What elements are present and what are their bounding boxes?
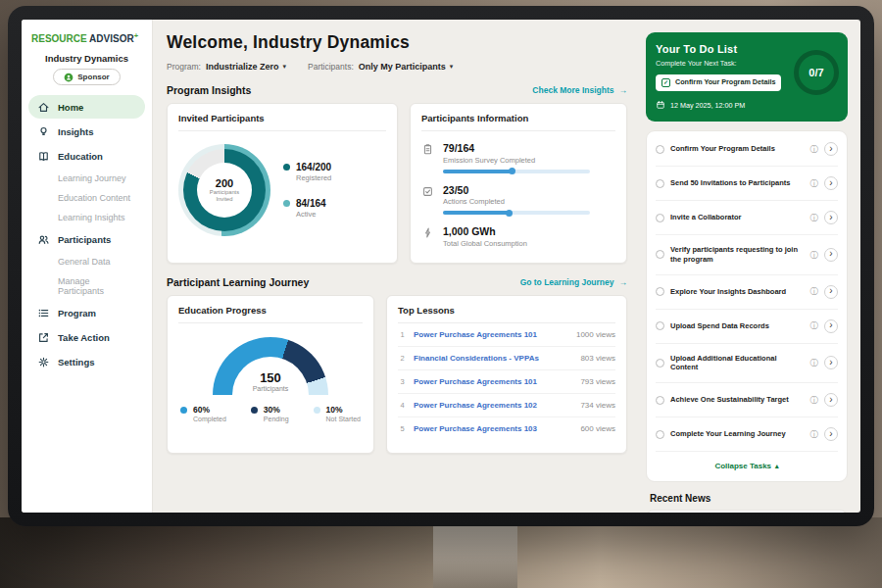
sidebar-item-home[interactable]: Home xyxy=(28,95,145,119)
donut-center: 200 Participants Invited xyxy=(197,163,252,218)
sidebar-item-program[interactable]: Program xyxy=(28,301,145,324)
chevron-right-icon[interactable]: › xyxy=(824,211,838,224)
donut-center-label: Participants Invited xyxy=(205,189,244,203)
program-filter-dropdown[interactable]: Program: Industrialize Zero ▾ xyxy=(167,62,286,72)
sidebar-item-learning-journey[interactable]: Learning Journey xyxy=(28,169,145,187)
recent-news-heading: Recent News xyxy=(650,493,848,504)
task-checkbox[interactable] xyxy=(656,396,664,405)
education-legend: 60% Completed 30% Pending xyxy=(178,405,363,422)
sidebar-item-manage-participants[interactable]: Manage Participants xyxy=(28,271,145,300)
export-icon xyxy=(37,331,50,344)
info-icon[interactable]: ⓘ xyxy=(810,396,819,405)
task-row[interactable]: Upload Spend Data Records ⓘ › xyxy=(656,310,838,344)
stat-value: 79/164 xyxy=(443,142,590,154)
calendar-icon xyxy=(656,100,665,110)
lesson-link[interactable]: Financial Considerations - VPPAs xyxy=(414,354,573,363)
task-row[interactable]: Achieve One Sustainability Target ⓘ › xyxy=(656,383,838,417)
task-label: Send 50 Invitations to Participants xyxy=(670,178,805,188)
info-icon[interactable]: ⓘ xyxy=(810,145,819,154)
legend-value: 60% xyxy=(193,405,226,415)
info-icon[interactable]: ⓘ xyxy=(810,287,819,296)
caret-down-icon: ▾ xyxy=(282,63,286,71)
task-row[interactable]: Verify participants requesting to join t… xyxy=(656,235,838,275)
collapse-tasks-link[interactable]: Collapse Tasks ▴ xyxy=(656,452,838,480)
card-title: Top Lessons xyxy=(398,305,615,323)
lesson-link[interactable]: Power Purchase Agreements 101 xyxy=(414,377,573,386)
info-icon[interactable]: ⓘ xyxy=(810,251,819,260)
participants-filter-dropdown[interactable]: Participants: Only My Participants ▾ xyxy=(308,62,453,72)
task-checkbox[interactable] xyxy=(656,321,664,330)
task-checkbox[interactable] xyxy=(656,250,664,259)
task-checkbox[interactable] xyxy=(656,179,664,188)
screen: RESOURCE ADVISOR+ Industry Dynamics Spon… xyxy=(22,20,860,513)
chevron-right-icon[interactable]: › xyxy=(824,319,838,333)
next-task-pill[interactable]: ✓ Confirm Your Program Details xyxy=(656,74,781,91)
task-row[interactable]: Send 50 Invitations to Participants ⓘ › xyxy=(656,167,838,201)
sidebar-item-general-data[interactable]: General Data xyxy=(28,252,145,270)
legend-item-registered: 164/200 Registered xyxy=(283,162,331,182)
lesson-row: 2 Financial Considerations - VPPAs 803 v… xyxy=(398,347,615,370)
chevron-right-icon[interactable]: › xyxy=(824,142,838,156)
sidebar-item-education[interactable]: Education xyxy=(28,144,145,168)
invited-legend: 164/200 Registered 84/164 Active xyxy=(283,162,331,219)
chevron-right-icon[interactable]: › xyxy=(824,356,838,369)
list-icon xyxy=(37,307,50,319)
check-more-insights-link[interactable]: Check More Insights → xyxy=(532,85,627,95)
lesson-row: 3 Power Purchase Agreements 101 793 view… xyxy=(398,370,615,394)
lesson-views: 803 views xyxy=(580,354,615,363)
sidebar-item-education-content[interactable]: Education Content xyxy=(28,188,145,207)
stat-label: Total Global Consumption xyxy=(443,239,527,248)
lesson-views: 734 views xyxy=(580,401,615,410)
task-row[interactable]: Invite a Collaborator ⓘ › xyxy=(656,201,838,235)
go-to-learning-journey-link[interactable]: Go to Learning Journey → xyxy=(520,277,627,287)
info-icon[interactable]: ⓘ xyxy=(810,179,819,188)
legend-item-active: 84/164 Active xyxy=(283,198,331,219)
task-row[interactable]: Confirm Your Program Details ⓘ › xyxy=(656,132,838,167)
task-row[interactable]: Explore Your Insights Dashboard ⓘ › xyxy=(656,275,838,310)
legend-label: Active xyxy=(296,210,326,219)
sidebar: RESOURCE ADVISOR+ Industry Dynamics Spon… xyxy=(22,20,153,513)
task-checkbox[interactable] xyxy=(656,287,664,296)
sidebar-item-learning-insights[interactable]: Learning Insights xyxy=(28,208,145,226)
task-checkbox[interactable] xyxy=(656,359,664,368)
info-icon[interactable]: ⓘ xyxy=(810,321,819,330)
task-row[interactable]: Upload Additional Educational Content ⓘ … xyxy=(656,344,838,384)
nav-label: Program xyxy=(58,308,96,318)
task-row[interactable]: Complete Your Learning Journey ⓘ › xyxy=(656,417,838,452)
link-label: Go to Learning Journey xyxy=(520,277,614,287)
lesson-link[interactable]: Power Purchase Agreements 101 xyxy=(414,330,569,339)
legend-label: Completed xyxy=(193,416,226,422)
info-icon[interactable]: ⓘ xyxy=(810,214,819,222)
lesson-link[interactable]: Power Purchase Agreements 102 xyxy=(414,401,573,410)
nav-label: Take Action xyxy=(58,332,110,343)
stat-emission-survey: 79/164 Emission Survey Completed xyxy=(421,142,615,173)
sidebar-item-participants[interactable]: Participants xyxy=(28,227,145,251)
legend-value: 84/164 xyxy=(296,198,326,209)
chevron-right-icon[interactable]: › xyxy=(824,176,838,190)
people-icon xyxy=(37,233,50,246)
clipboard-icon xyxy=(421,142,434,173)
checklist-icon xyxy=(421,184,434,216)
chevron-right-icon[interactable]: › xyxy=(824,427,838,441)
program-filter-label: Program: xyxy=(167,62,201,72)
chevron-right-icon[interactable]: › xyxy=(824,393,838,407)
task-label: Confirm Your Program Details xyxy=(670,144,805,154)
task-checkbox[interactable] xyxy=(656,145,664,154)
chevron-right-icon[interactable]: › xyxy=(824,248,838,262)
sidebar-item-settings[interactable]: Settings xyxy=(28,350,145,373)
sidebar-item-insights[interactable]: Insights xyxy=(28,120,145,143)
collapse-label: Collapse Tasks xyxy=(714,462,771,470)
legend-item-completed: 60% Completed xyxy=(180,405,226,422)
task-checkbox[interactable] xyxy=(656,430,664,439)
collapse-caret-icon: ▴ xyxy=(775,463,779,470)
chevron-right-icon[interactable]: › xyxy=(824,285,838,299)
task-checkbox[interactable] xyxy=(656,214,664,222)
nav-label: Learning Journey xyxy=(58,173,126,183)
info-icon[interactable]: ⓘ xyxy=(810,430,819,439)
info-icon[interactable]: ⓘ xyxy=(810,359,819,368)
nav-label: Education xyxy=(58,151,103,162)
sidebar-item-take-action[interactable]: Take Action xyxy=(28,325,145,349)
lesson-link[interactable]: Power Purchase Agreements 103 xyxy=(414,424,573,433)
gauge-center-label: Participants xyxy=(178,385,363,392)
checkbox-icon[interactable]: ✓ xyxy=(662,78,670,87)
